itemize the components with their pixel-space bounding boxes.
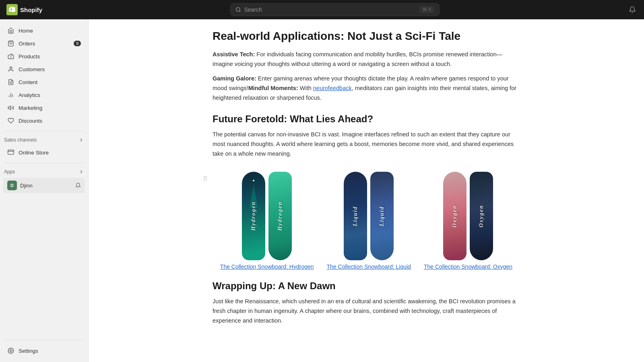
topbar-right <box>627 4 638 15</box>
orders-icon <box>7 40 14 47</box>
section2-heading: Future Foretold: What Lies Ahead? <box>213 113 520 125</box>
sidebar-item-analytics-label: Analytics <box>19 92 40 98</box>
sidebar-item-content[interactable]: Content <box>3 76 85 88</box>
search-shortcut: ⌘ K <box>420 6 434 13</box>
main-layout: Home Orders 9 Products Customers <box>0 19 644 362</box>
sidebar-item-customers[interactable]: Customers <box>3 63 85 76</box>
djinn-app-left: D Djinn <box>7 181 33 190</box>
assistive-tech-paragraph: Assistive Tech: For individuals facing c… <box>213 50 520 69</box>
sidebar-item-content-label: Content <box>19 79 37 85</box>
djinn-app-label: Djinn <box>20 183 33 189</box>
bell-icon <box>629 6 636 13</box>
oxygen-pink-text: Oxygen <box>452 205 458 227</box>
oxygen-pair: Oxygen Oxygen <box>443 172 493 260</box>
sidebar-item-online-store[interactable]: Online Store <box>3 146 85 159</box>
sidebar-item-online-store-label: Online Store <box>19 150 49 156</box>
sidebar-sales-channels: Online Store <box>0 144 88 160</box>
section-real-world: Real-world Applications: Not Just a Sci-… <box>213 29 520 103</box>
snowboard-hydrogen-light: Hydrogen <box>268 172 292 260</box>
djinn-app-icon: D <box>7 181 17 190</box>
mindful-bold: Mindful Moments: <box>248 85 298 91</box>
blog-content-area: Real-world Applications: Not Just a Sci-… <box>193 19 539 362</box>
section-future: Future Foretold: What Lies Ahead? The po… <box>213 113 520 159</box>
product-item-liquid: Liquid Liquid The Collection Snowboard: … <box>327 172 411 270</box>
product-item-hydrogen: Hydrogen Hydrogen The Collection Snowboa… <box>220 172 314 270</box>
section-wrapping-up: Wrapping Up: A New Dawn Just like the Re… <box>213 280 520 326</box>
neurofeedback-link[interactable]: neurofeedback <box>313 85 352 91</box>
sidebar-item-settings[interactable]: Settings <box>3 344 85 357</box>
assistive-tech-text: For individuals facing communication and… <box>213 51 502 67</box>
search-bar[interactable]: Search ⌘ K <box>230 3 440 16</box>
sales-channels-expand-icon[interactable] <box>78 137 84 143</box>
analytics-icon <box>7 91 14 99</box>
oxygen-product-link[interactable]: The Collection Snowboard: Oxygen <box>424 263 512 270</box>
hydrogen-dark-text: Hydrogen <box>250 201 257 231</box>
sidebar-item-orders[interactable]: Orders 9 <box>3 37 85 50</box>
svg-point-12 <box>10 350 12 352</box>
topbar-left: Shopify <box>6 4 42 15</box>
online-store-icon <box>7 149 14 156</box>
products-section: ⠿ Hyd <box>213 172 520 270</box>
wrapping-paragraph: Just like the Renaissance, which ushered… <box>213 297 520 326</box>
svg-point-0 <box>236 8 239 11</box>
hydrogen-product-link[interactable]: The Collection Snowboard: Hydrogen <box>220 263 314 270</box>
shopify-logo[interactable]: Shopify <box>6 4 42 15</box>
svg-marker-9 <box>8 106 10 109</box>
sidebar-item-discounts[interactable]: Discounts <box>3 114 85 127</box>
sidebar-item-customers-label: Customers <box>19 66 45 72</box>
topbar: Shopify Search ⌘ K <box>0 0 644 19</box>
oxygen-dark-text: Oxygen <box>478 205 485 227</box>
drag-handle[interactable]: ⠿ <box>203 175 207 183</box>
search-icon <box>235 7 241 12</box>
sidebar-item-djinn[interactable]: D Djinn <box>3 178 85 193</box>
assistive-tech-bold: Assistive Tech: <box>213 51 255 58</box>
product-item-oxygen: Oxygen Oxygen The Collection Snowboard: … <box>424 172 512 270</box>
sidebar-item-analytics[interactable]: Analytics <box>3 88 85 101</box>
customers-icon <box>7 66 14 73</box>
djinn-bell-icon[interactable] <box>75 183 81 188</box>
sidebar-settings: Settings <box>0 343 88 359</box>
products-grid: Hydrogen Hydrogen The Collection Snowboa… <box>213 172 520 270</box>
snowboard-liquid-light: Liquid <box>370 172 394 260</box>
sidebar-item-orders-label: Orders <box>19 41 35 47</box>
discounts-icon <box>7 117 14 124</box>
apps-label: Apps <box>4 169 15 175</box>
sidebar: Home Orders 9 Products Customers <box>0 19 89 362</box>
section3-heading: Wrapping Up: A New Dawn <box>213 280 520 292</box>
home-icon <box>7 27 14 34</box>
sidebar-item-home-label: Home <box>19 28 33 34</box>
sales-channels-header: Sales channels <box>0 134 88 144</box>
content-icon <box>7 78 14 86</box>
notification-bell-button[interactable] <box>627 4 638 15</box>
gaming-paragraph: Gaming Galore: Enter gaming arenas where… <box>213 74 520 103</box>
sidebar-divider-1 <box>3 131 85 132</box>
sidebar-item-products[interactable]: Products <box>3 50 85 63</box>
sidebar-item-marketing[interactable]: Marketing <box>3 101 85 114</box>
main-content: Real-world Applications: Not Just a Sci-… <box>89 19 644 362</box>
snowboard-hydrogen-dark: Hydrogen <box>242 172 265 260</box>
svg-rect-10 <box>8 150 14 154</box>
snowboard-liquid-dark: Liquid <box>344 172 367 260</box>
apps-header: Apps <box>0 166 88 176</box>
products-icon <box>7 53 14 60</box>
hydrogen-light-text: Hydrogen <box>277 201 283 231</box>
liquid-product-link[interactable]: The Collection Snowboard: Liquid <box>327 263 411 270</box>
sidebar-item-products-label: Products <box>19 53 40 60</box>
sidebar-item-discounts-label: Discounts <box>19 118 42 124</box>
apps-expand-icon[interactable] <box>78 169 84 175</box>
future-paragraph: The potential canvas for non-invasive BC… <box>213 130 520 159</box>
blog-content-wrapper: Real-world Applications: Not Just a Sci-… <box>89 19 644 362</box>
snowboard-oxygen-pink: Oxygen <box>443 172 466 260</box>
settings-icon <box>7 347 14 354</box>
sidebar-main-nav: Home Orders 9 Products Customers <box>0 23 88 129</box>
snowboard-oxygen-dark: Oxygen <box>470 172 493 260</box>
liquid-light-text: Liquid <box>379 206 385 226</box>
sidebar-apps: D Djinn <box>0 176 88 195</box>
sidebar-item-marketing-label: Marketing <box>19 105 42 111</box>
orders-badge: 9 <box>74 41 81 46</box>
sidebar-item-settings-label: Settings <box>19 348 38 354</box>
hydrogen-pair: Hydrogen Hydrogen <box>242 172 292 260</box>
liquid-pair: Liquid Liquid <box>344 172 394 260</box>
sidebar-item-home[interactable]: Home <box>3 24 85 37</box>
shopify-logo-icon <box>6 4 18 15</box>
